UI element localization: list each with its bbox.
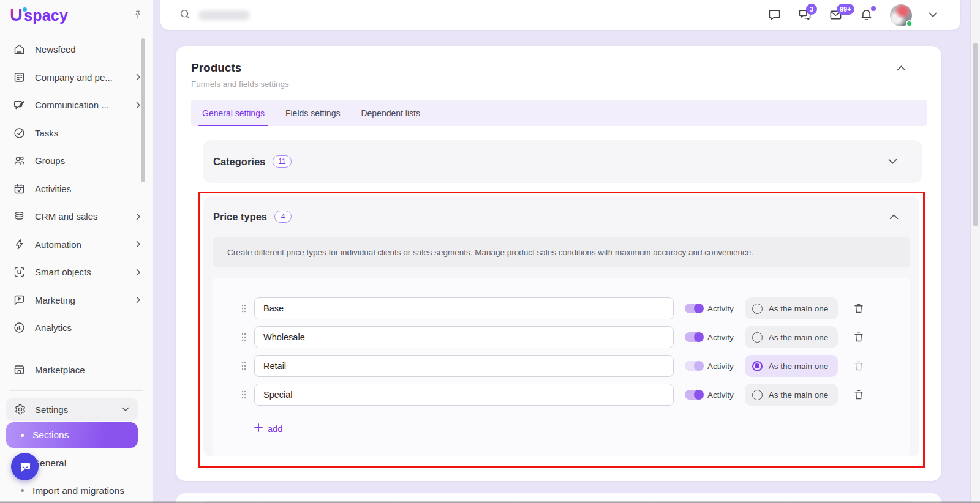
sidebar-subitem-import-and-migrations[interactable]: Import and migrations — [0, 477, 153, 503]
bell-icon[interactable] — [859, 8, 873, 22]
company-card-icon — [12, 70, 26, 84]
scan-u-icon — [12, 266, 26, 279]
chats-count-badge: 3 — [806, 4, 817, 15]
sidebar-item-newsfeed[interactable]: Newsfeed — [0, 35, 153, 64]
chevron-right-icon — [136, 269, 141, 276]
scrollbar-thumb[interactable] — [973, 43, 978, 226]
calendar-check-icon — [12, 182, 26, 195]
categories-title: Categories — [213, 156, 265, 168]
as-main-radio[interactable]: As the main one — [745, 326, 839, 348]
chat-multiple-icon[interactable]: 3 — [798, 8, 812, 22]
avatar[interactable] — [890, 4, 912, 26]
chat-bubble-icon[interactable] — [767, 8, 782, 22]
radio-checked-icon — [752, 361, 763, 371]
chart-circle-icon — [12, 321, 26, 335]
price-type-row-special: Activity As the main one — [241, 384, 910, 406]
categories-section: Categories 11 — [203, 140, 922, 183]
sidebar-item-analytics[interactable]: Analytics — [0, 314, 153, 342]
activity-toggle-on[interactable] — [685, 332, 703, 342]
sidebar-scrollbar[interactable] — [141, 38, 145, 182]
activity-toggle-disabled[interactable] — [685, 361, 703, 371]
price-type-name-input[interactable] — [254, 384, 674, 406]
activity-toggle-on[interactable] — [685, 390, 703, 400]
price-type-row-base: Activity As the main one — [241, 297, 910, 319]
people-icon — [12, 154, 26, 168]
coin-stack-icon — [12, 210, 26, 223]
window-bottom-edge — [0, 501, 980, 503]
drag-handle-icon[interactable] — [241, 332, 247, 342]
as-main-radio[interactable]: As the main one — [745, 384, 839, 406]
chevron-right-icon — [136, 296, 141, 304]
page-subtitle: Funnels and fields settings — [191, 80, 927, 89]
drag-handle-icon[interactable] — [241, 361, 247, 371]
pin-sidebar-icon[interactable] — [132, 9, 143, 20]
expand-categories-chevron-down-icon[interactable] — [888, 158, 897, 165]
check-circle-icon — [12, 126, 26, 140]
page-scrollbar[interactable] — [970, 0, 980, 503]
sidebar-item-settings[interactable]: Settings — [6, 398, 138, 421]
chat-pen-icon — [12, 99, 26, 112]
flag-bubble-icon — [12, 293, 26, 307]
divider — [10, 390, 143, 391]
price-type-row-wholesale: Activity As the main one — [241, 326, 910, 348]
chevron-right-icon — [136, 73, 141, 81]
online-status-dot — [906, 20, 913, 27]
annotation-highlight-box: Price types 4 Create different price typ… — [198, 192, 925, 468]
sidebar-item-marketing[interactable]: Marketing — [0, 286, 153, 315]
sidebar-item-smart-objects[interactable]: Smart objects — [0, 258, 153, 286]
bullet-icon — [21, 489, 24, 492]
sidebar-item-automation[interactable]: Automation — [0, 231, 153, 259]
chevron-right-icon — [136, 102, 141, 109]
price-types-description: Create different price types for individ… — [213, 237, 910, 267]
as-main-radio-selected[interactable]: As the main one — [745, 355, 839, 377]
topbar: 3 99+ — [160, 0, 960, 30]
price-type-name-input[interactable] — [254, 297, 674, 319]
mail-count-badge: 99+ — [837, 4, 854, 15]
trash-icon[interactable] — [854, 389, 864, 400]
sidebar-item-groups[interactable]: Groups — [0, 147, 153, 175]
support-chat-button[interactable] — [11, 453, 39, 480]
collapse-card-chevron-up-icon[interactable] — [897, 65, 906, 71]
trash-icon-disabled — [854, 360, 864, 371]
trash-icon[interactable] — [854, 332, 864, 343]
sidebar-subitem-sections[interactable]: Sections — [6, 422, 138, 448]
chevron-right-icon — [136, 240, 141, 248]
sidebar-item-crm-and-sales[interactable]: CRM and sales — [0, 203, 153, 231]
gear-icon — [13, 403, 27, 416]
tab-general-settings[interactable]: General settings — [202, 100, 265, 126]
collapse-price-types-chevron-up-icon[interactable] — [889, 214, 899, 220]
page-title: Products — [191, 61, 927, 75]
search-zone[interactable] — [179, 8, 250, 23]
sidebar-item-activities[interactable]: Activities — [0, 175, 153, 203]
activity-toggle-on[interactable] — [685, 304, 703, 313]
storefront-icon — [12, 363, 26, 376]
sidebar: Uspacy Newsfeed Company and pe... Commun… — [0, 0, 153, 503]
sidebar-item-communication[interactable]: Communication ... — [0, 91, 153, 119]
price-type-name-input[interactable] — [254, 355, 674, 377]
as-main-radio[interactable]: As the main one — [745, 297, 839, 319]
notification-dot — [871, 6, 876, 11]
tab-fields-settings[interactable]: Fields settings — [285, 100, 340, 126]
chevron-down-icon — [122, 407, 129, 412]
price-types-count-badge: 4 — [274, 211, 292, 223]
profile-chevron-down-icon[interactable] — [929, 12, 937, 18]
main-area: 3 99+ Products Funnels and fields settin… — [153, 0, 970, 503]
mail-icon[interactable]: 99+ — [829, 8, 843, 22]
price-type-name-input[interactable] — [254, 326, 674, 348]
home-icon — [12, 43, 26, 56]
drag-handle-icon[interactable] — [241, 304, 247, 313]
price-types-list: Activity As the main one Activity — [213, 278, 910, 456]
uspacy-logo[interactable]: Uspacy — [10, 5, 68, 25]
sidebar-item-tasks[interactable]: Tasks — [0, 119, 153, 147]
sidebar-item-company-and-people[interactable]: Company and pe... — [0, 64, 153, 92]
drag-handle-icon[interactable] — [241, 390, 247, 400]
price-types-section: Price types 4 Create different price typ… — [203, 196, 919, 456]
trash-icon[interactable] — [854, 303, 864, 314]
sidebar-item-marketplace[interactable]: Marketplace — [0, 356, 153, 384]
tab-bar: General settings Fields settings Depende… — [191, 100, 927, 126]
tab-dependent-lists[interactable]: Dependent lists — [361, 100, 420, 126]
sidebar-nav: Newsfeed Company and pe... Communication… — [0, 35, 153, 503]
add-price-type-button[interactable]: add — [254, 423, 282, 434]
price-type-row-retail: Activity As the main one — [241, 355, 910, 377]
radio-unchecked-icon — [752, 332, 763, 343]
